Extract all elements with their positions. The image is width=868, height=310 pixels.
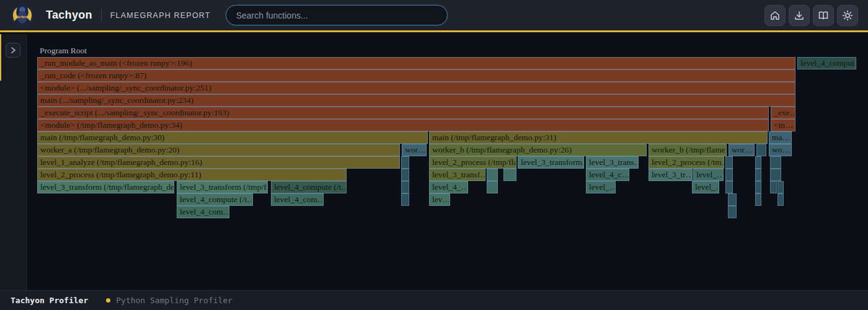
home-button[interactable]: [764, 5, 786, 26]
flame-bar[interactable]: main (.../sampling/_sync_coordinator.py:…: [37, 94, 795, 107]
flame-bar[interactable]: level_2_process (/tmp/fla…: [429, 156, 516, 169]
download-button[interactable]: [789, 5, 810, 26]
flame-bar[interactable]: [777, 181, 784, 193]
book-icon: [818, 10, 829, 21]
flame-bar[interactable]: level_4_compute (/t…: [271, 181, 347, 193]
flame-bar[interactable]: _run_module_as_main (<frozen runpy>:196): [37, 57, 795, 69]
theme-toggle-button[interactable]: [837, 5, 858, 26]
flame-bar[interactable]: level_…: [586, 181, 616, 193]
flame-bar[interactable]: [401, 156, 409, 169]
flame-bar[interactable]: <m…: [771, 119, 795, 131]
flame-bar[interactable]: <module> (.../sampling/_sync_coordinator…: [37, 82, 795, 94]
flame-bar[interactable]: [777, 193, 784, 206]
flame-bar[interactable]: level_3_transform (/tmp/flamegraph_dem…: [37, 181, 174, 193]
download-icon: [794, 10, 805, 21]
flame-bar[interactable]: level_4_comput…: [797, 57, 856, 69]
flame-bar[interactable]: level_4_c…: [586, 169, 629, 181]
flame-bar[interactable]: [503, 169, 516, 181]
flame-bar[interactable]: level_3_transf…: [429, 169, 485, 181]
flame-bar[interactable]: [756, 144, 766, 156]
flame-bar[interactable]: [487, 169, 498, 181]
flame-bar[interactable]: _exe…: [771, 107, 795, 119]
docs-button[interactable]: [813, 5, 834, 26]
flame-root-label[interactable]: Program Root: [40, 46, 87, 56]
brightness-icon: [842, 10, 853, 21]
flame-bar[interactable]: level_3_tr…: [649, 169, 693, 181]
flame-bar[interactable]: _run_code (<frozen runpy>:87): [37, 69, 795, 82]
flame-bar[interactable]: level_2_process (/tm…: [649, 156, 724, 169]
flame-bar[interactable]: [770, 169, 781, 181]
flame-bar[interactable]: level_2_process (/tmp/flamegraph_demo.py…: [37, 169, 347, 181]
flame-bar[interactable]: [725, 169, 733, 181]
svg-text:Tachyon: Tachyon: [15, 14, 30, 19]
flame-bar[interactable]: level_3_transform (/tmp/fl…: [177, 181, 268, 193]
report-type-label: FLAMEGRAPH REPORT: [110, 11, 211, 20]
flame-bar[interactable]: level_4_…: [429, 181, 468, 193]
flame-bar[interactable]: [755, 156, 761, 169]
tachyon-logo-icon: Tachyon: [10, 3, 35, 28]
header-divider: [101, 9, 102, 22]
status-app-name: Tachyon Profiler: [11, 296, 88, 305]
flame-bar[interactable]: wo…: [769, 144, 792, 156]
header: Tachyon Tachyon FLAMEGRAPH REPORT: [0, 0, 868, 32]
flame-bar[interactable]: [487, 181, 498, 193]
flame-bar[interactable]: level_4_com…: [177, 206, 229, 218]
home-icon: [769, 10, 781, 21]
flame-bar[interactable]: level_1_analyze (/tmp/flamegraph_demo.py…: [37, 156, 400, 169]
flame-bar[interactable]: [728, 206, 737, 218]
flame-bar[interactable]: ma…: [769, 131, 792, 144]
flame-bar[interactable]: level_…: [693, 169, 724, 181]
flame-bar[interactable]: wor…: [402, 144, 427, 156]
flame-bar[interactable]: [401, 169, 409, 181]
flame-bar[interactable]: [401, 181, 409, 193]
search-input[interactable]: [226, 5, 448, 25]
flame-bar[interactable]: [755, 169, 761, 181]
flame-bar[interactable]: main (/tmp/flamegraph_demo.py:30): [37, 131, 428, 144]
flame-bar[interactable]: [770, 156, 781, 169]
app-title: Tachyon: [46, 9, 92, 22]
flamegraph: Program Root _run_module_as_main (<froze…: [0, 0, 868, 290]
flame-bar[interactable]: [728, 193, 737, 206]
flame-bar[interactable]: level_3_trans…: [586, 156, 639, 169]
flame-bar[interactable]: [770, 181, 777, 193]
flame-bar[interactable]: [755, 193, 761, 206]
flame-bar[interactable]: level_3_transform…: [518, 156, 584, 169]
flame-bar[interactable]: <module> (/tmp/flamegraph_demo.py:34): [37, 119, 769, 131]
flame-bar[interactable]: wor…: [728, 144, 755, 156]
search-wrap: [226, 5, 448, 25]
flame-bar[interactable]: [725, 181, 733, 193]
flame-bar[interactable]: [401, 193, 409, 206]
header-actions: [764, 5, 858, 26]
flame-bar[interactable]: _execute_script (.../sampling/_sync_coor…: [37, 107, 769, 119]
flame-bar[interactable]: worker_b (/tmp/flamegraph_demo.py:26): [429, 144, 647, 156]
flame-bar[interactable]: [755, 181, 761, 193]
flame-bar[interactable]: level_4_compute (/t…: [177, 193, 253, 206]
flame-bar[interactable]: main (/tmp/flamegraph_demo.py:31): [429, 131, 768, 144]
flame-bar[interactable]: level_4_com…: [271, 193, 324, 206]
status-indicator-dot: [106, 298, 110, 303]
status-subtitle: Python Sampling Profiler: [116, 296, 232, 305]
status-bar: Tachyon Profiler Python Sampling Profile…: [0, 290, 868, 310]
flame-bar[interactable]: worker_a (/tmp/flamegraph_demo.py:20): [37, 144, 400, 156]
flame-bar[interactable]: worker_b (/tmp/flame…: [649, 144, 727, 156]
flame-bar[interactable]: lev…: [429, 193, 450, 206]
flame-bar[interactable]: [725, 156, 733, 169]
flame-bar[interactable]: level_…: [692, 181, 719, 193]
